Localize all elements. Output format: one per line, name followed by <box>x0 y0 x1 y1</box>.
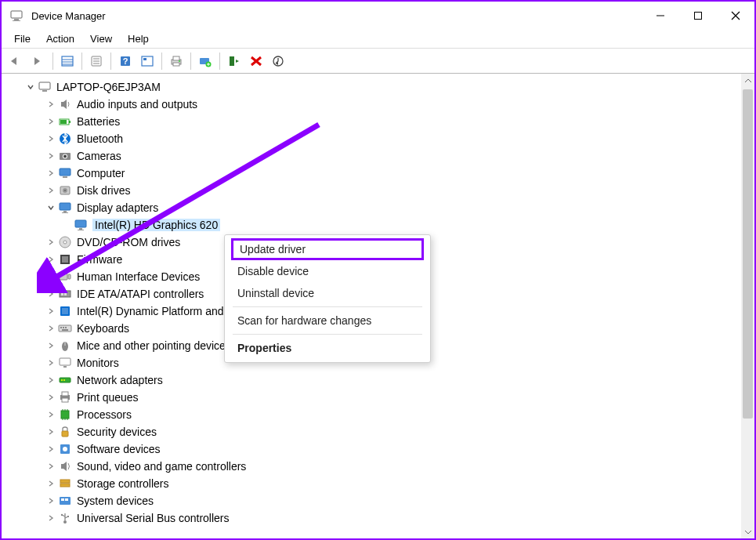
chevron-right-icon[interactable] <box>45 133 56 144</box>
chevron-right-icon[interactable] <box>45 340 56 351</box>
scroll-down-button[interactable] <box>741 525 754 538</box>
chevron-right-icon[interactable] <box>45 375 56 386</box>
scrollbar-thumb[interactable] <box>743 89 753 419</box>
tree-item-storage[interactable]: Storage controllers <box>8 475 754 492</box>
tree-item-security[interactable]: Security devices <box>8 423 754 440</box>
chevron-right-icon[interactable] <box>45 254 56 265</box>
tree-item-camera[interactable]: Cameras <box>8 147 754 165</box>
tree-item-usb[interactable]: Universal Serial Bus controllers <box>8 509 754 527</box>
chevron-right-icon[interactable] <box>45 271 56 282</box>
tree-item-display[interactable]: Display adapters <box>8 199 754 216</box>
tree-child-display[interactable]: Intel(R) HD Graphics 620 <box>8 216 754 234</box>
chevron-right-icon[interactable] <box>45 513 56 524</box>
chevron-right-icon[interactable] <box>45 185 56 196</box>
svg-rect-59 <box>60 327 62 328</box>
tree-item-bluetooth[interactable]: Bluetooth <box>8 130 754 147</box>
chevron-right-icon[interactable] <box>45 392 56 403</box>
chevron-right-icon[interactable] <box>45 495 56 506</box>
tree-label: Cameras <box>77 150 121 162</box>
menu-action[interactable]: Action <box>38 31 82 46</box>
tree-label: Software devices <box>77 443 161 455</box>
svg-point-22 <box>179 60 180 62</box>
chevron-down-icon[interactable] <box>25 82 36 92</box>
tree-label: Network adapters <box>77 374 163 386</box>
svg-rect-0 <box>11 11 22 18</box>
chevron-right-icon[interactable] <box>45 323 56 334</box>
forward-button[interactable] <box>28 51 49 71</box>
svg-point-90 <box>61 514 63 516</box>
tree-label: Human Interface Devices <box>77 270 200 283</box>
tree-item-audio[interactable]: Audio inputs and outputs <box>8 96 754 113</box>
update-driver-button[interactable] <box>195 51 215 71</box>
chevron-right-icon[interactable] <box>45 150 56 161</box>
dvd-icon <box>58 235 72 249</box>
svg-rect-41 <box>60 203 71 210</box>
chevron-right-icon[interactable] <box>45 168 56 179</box>
maximize-button[interactable] <box>679 2 717 30</box>
properties-button[interactable] <box>86 51 107 71</box>
context-menu: Update driver Disable device Uninstall d… <box>224 234 431 363</box>
toolbar-separator <box>52 53 53 70</box>
tree-item-disk[interactable]: Disk drives <box>8 182 754 199</box>
menu-view[interactable]: View <box>82 31 120 46</box>
menu-help[interactable]: Help <box>120 31 157 46</box>
svg-point-35 <box>63 155 67 158</box>
menu-uninstall-device[interactable]: Uninstall device <box>225 282 430 304</box>
svg-text:?: ? <box>123 56 128 66</box>
scan-hardware-button[interactable] <box>268 51 288 71</box>
chevron-right-icon[interactable] <box>45 237 56 248</box>
display-icon <box>58 201 72 215</box>
chevron-right-icon[interactable] <box>45 306 56 317</box>
svg-rect-36 <box>60 169 71 176</box>
chevron-right-icon[interactable] <box>45 116 56 127</box>
help-button[interactable]: ? <box>115 51 136 71</box>
tree-item-network[interactable]: Network adapters <box>8 371 754 389</box>
tree-item-computer[interactable]: Computer <box>8 165 754 182</box>
tree-label: Security devices <box>77 426 157 438</box>
scroll-up-button[interactable] <box>741 74 754 87</box>
svg-rect-45 <box>79 228 82 230</box>
tree-root[interactable]: LAPTOP-Q6EJP3AM <box>8 78 754 96</box>
chevron-right-icon[interactable] <box>45 461 56 472</box>
chevron-right-icon[interactable] <box>45 426 56 437</box>
menu-file[interactable]: File <box>6 31 38 46</box>
enable-device-button[interactable] <box>224 51 244 71</box>
tree-label: Computer <box>77 167 125 179</box>
monitor-icon <box>58 356 72 370</box>
close-button[interactable] <box>717 2 754 30</box>
software-icon <box>58 442 72 456</box>
chevron-down-icon[interactable] <box>45 202 56 213</box>
tree-item-sound[interactable]: Sound, video and game controllers <box>8 458 754 475</box>
svg-rect-37 <box>63 176 67 178</box>
print-button[interactable] <box>166 51 186 71</box>
chevron-right-icon[interactable] <box>45 444 56 455</box>
toolbar-separator <box>219 53 220 70</box>
menu-disable-device[interactable]: Disable device <box>225 260 430 282</box>
tree-label: Monitors <box>77 357 119 369</box>
menu-scan-hardware[interactable]: Scan for hardware changes <box>225 310 430 332</box>
menu-properties[interactable]: Properties <box>225 337 430 359</box>
chevron-right-icon[interactable] <box>45 357 56 368</box>
chevron-right-icon[interactable] <box>45 288 56 299</box>
uninstall-button[interactable] <box>246 51 266 71</box>
chevron-right-icon[interactable] <box>45 478 56 489</box>
tree-item-processor[interactable]: Processors <box>8 406 754 423</box>
tree-item-printer[interactable]: Print queues <box>8 389 754 406</box>
tree-item-system[interactable]: System devices <box>8 492 754 509</box>
bluetooth-icon <box>58 132 72 146</box>
back-button[interactable] <box>6 51 27 71</box>
show-hide-button[interactable] <box>57 51 78 71</box>
svg-rect-65 <box>60 358 71 365</box>
action-button[interactable] <box>137 51 157 71</box>
computer-icon <box>58 166 72 180</box>
hid-icon <box>58 270 72 284</box>
vertical-scrollbar[interactable] <box>741 74 754 538</box>
tree-item-software[interactable]: Software devices <box>8 440 754 458</box>
menu-update-driver[interactable]: Update driver <box>231 238 424 260</box>
tree-item-battery[interactable]: Batteries <box>8 113 754 130</box>
minimize-button[interactable] <box>642 2 679 30</box>
toolbar-separator <box>161 53 162 70</box>
chevron-right-icon[interactable] <box>45 99 56 110</box>
chevron-right-icon[interactable] <box>45 409 56 420</box>
toolbar: ? <box>2 49 754 74</box>
